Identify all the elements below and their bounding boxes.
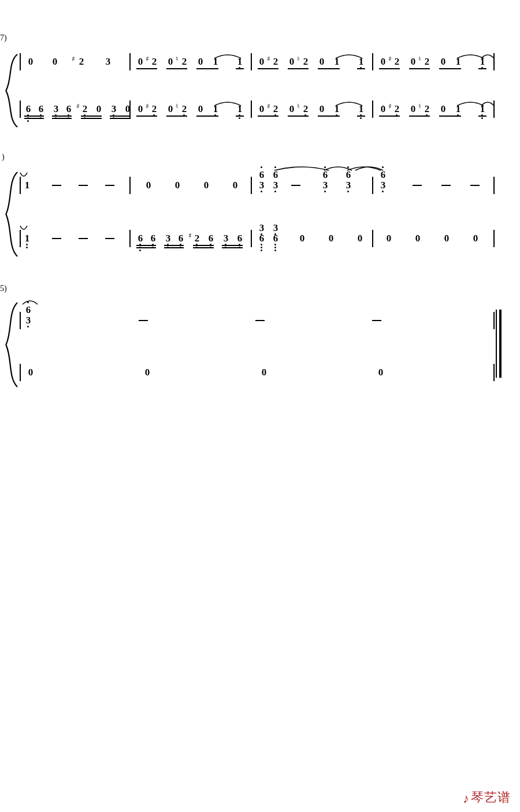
beam <box>166 68 187 69</box>
note: 2 <box>192 233 202 243</box>
sheet-page: 7) ) 5) 00♯230♯20♮20110♯20♮20110♯20♮2011… <box>0 0 520 812</box>
beam <box>357 68 365 69</box>
note: 0 <box>287 57 297 66</box>
octave-dot <box>26 247 28 248</box>
barline <box>372 177 373 194</box>
note: 0 <box>257 57 267 66</box>
system-marker-2: ) <box>2 152 5 162</box>
barline <box>493 312 495 329</box>
sustain-dash <box>79 238 88 239</box>
note: 0 <box>165 57 176 66</box>
note: 2 <box>392 57 402 66</box>
beam <box>236 116 244 117</box>
octave-dot <box>27 301 29 303</box>
note: 3 <box>270 180 281 190</box>
beam <box>288 68 309 69</box>
barline <box>493 53 495 70</box>
watermark-text: 琴艺谱 <box>471 790 511 804</box>
note: 0 <box>438 104 448 114</box>
accidental: ♮ <box>418 103 421 110</box>
note: 3 <box>23 315 34 325</box>
accidental: ♮ <box>297 55 299 62</box>
sustain-dash <box>372 320 381 321</box>
note: 6 <box>343 170 354 180</box>
note: 0 <box>441 233 452 243</box>
beam <box>379 116 400 117</box>
beam <box>24 118 44 119</box>
note: 1 <box>356 57 366 66</box>
note: 6 <box>64 104 74 114</box>
note: 0 <box>257 104 267 114</box>
octave-dot <box>274 166 276 168</box>
barline <box>20 100 21 118</box>
note: 0 <box>408 104 418 114</box>
barline <box>129 53 131 70</box>
note: 6 <box>206 233 216 243</box>
barline <box>493 100 495 118</box>
note: 3 <box>343 180 354 190</box>
note: 1 <box>477 104 488 114</box>
barline <box>251 177 252 194</box>
beam <box>357 116 365 117</box>
note: 6 <box>135 233 146 243</box>
barline <box>20 53 21 70</box>
system-marker-1: 7) <box>0 33 7 43</box>
accidental: ♮ <box>297 103 299 110</box>
note: 3 <box>257 180 267 190</box>
beam <box>193 247 214 248</box>
octave-dot <box>261 244 262 245</box>
note: 0 <box>297 233 307 243</box>
note: 6 <box>270 170 281 180</box>
octave-dot <box>382 166 384 168</box>
octave-dot <box>274 244 276 245</box>
beam <box>166 116 187 117</box>
note: 3 <box>51 104 61 114</box>
sustain-dash <box>413 185 422 186</box>
system-marker-3: 5) <box>0 284 7 293</box>
octave-dot <box>261 249 262 251</box>
beam <box>193 245 214 246</box>
note: 0 <box>142 367 153 377</box>
note: 0 <box>287 104 297 114</box>
octave-dot <box>274 249 276 251</box>
beam <box>164 247 184 248</box>
octave-dot <box>347 191 349 192</box>
beam <box>52 116 72 117</box>
octave-dot <box>360 117 362 119</box>
octave-dot <box>26 244 28 245</box>
octave-dot <box>481 117 483 119</box>
beam <box>24 116 44 117</box>
beam <box>439 68 461 69</box>
note: 6 <box>23 104 34 114</box>
note: 3 <box>221 233 231 243</box>
beam <box>439 116 461 117</box>
note: 1 <box>453 57 463 66</box>
note: 1 <box>22 233 32 243</box>
beam <box>258 68 278 69</box>
beam <box>81 116 102 117</box>
note: 0 <box>195 57 206 66</box>
note: 6 <box>176 233 186 243</box>
note: 3 <box>257 223 267 233</box>
note: 2 <box>149 57 159 66</box>
note: 0 <box>143 180 154 190</box>
note: 3 <box>378 180 388 190</box>
note: 6 <box>270 233 281 243</box>
barline <box>251 53 252 70</box>
note: 0 <box>172 180 183 190</box>
barline <box>20 230 21 247</box>
barline <box>20 364 21 381</box>
note: 2 <box>76 57 87 66</box>
note: 2 <box>149 104 159 114</box>
accidental: ♮ <box>418 55 421 62</box>
note: 2 <box>270 104 281 114</box>
beam <box>164 245 184 246</box>
barline <box>493 177 495 194</box>
barline <box>20 177 21 194</box>
barline <box>372 53 373 70</box>
note: 2 <box>270 57 281 66</box>
beam <box>81 118 102 119</box>
note: 0 <box>317 104 327 114</box>
note: 0 <box>165 104 176 114</box>
barline <box>372 100 373 118</box>
